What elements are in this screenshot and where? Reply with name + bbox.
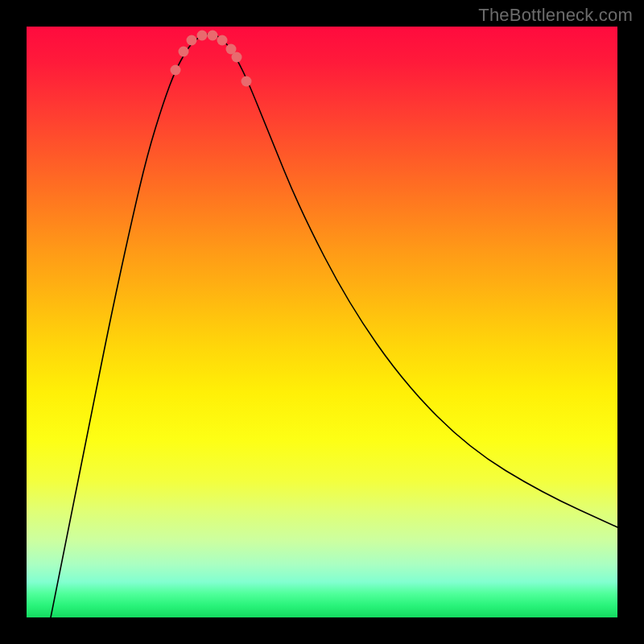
marker-dot <box>197 31 208 41</box>
plot-area <box>27 27 617 617</box>
marker-dot <box>179 47 189 57</box>
marker-dot <box>217 35 228 46</box>
marker-dot <box>242 76 252 87</box>
marker-dot <box>208 31 218 41</box>
marker-dot <box>232 52 242 63</box>
bottleneck-curve <box>51 34 617 617</box>
bottleneck-curve-svg <box>27 27 617 617</box>
watermark-text: TheBottleneck.com <box>478 5 633 26</box>
marker-dot <box>187 35 197 46</box>
marker-dot <box>171 65 181 76</box>
